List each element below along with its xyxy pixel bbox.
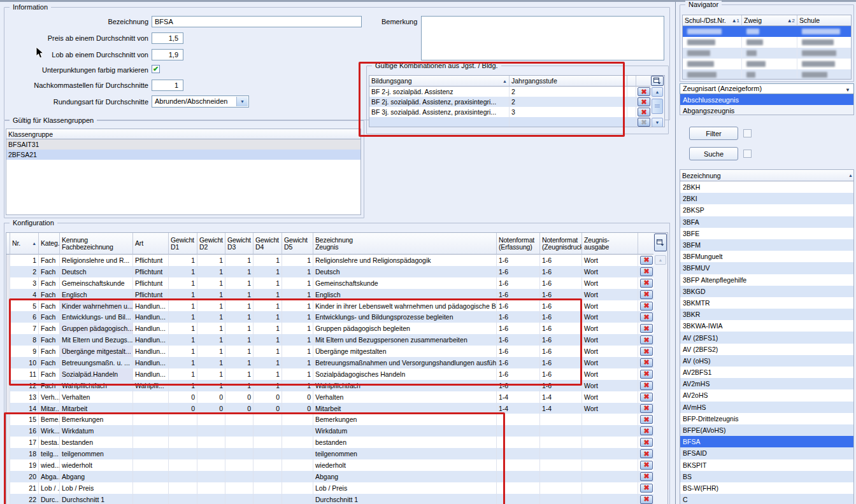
list-item[interactable]: 3BFMunguelt	[680, 251, 853, 262]
notenformat-erfassung-column-header[interactable]: Notenformat (Erfassung)	[497, 233, 540, 255]
scrollbar-thumb[interactable]	[652, 99, 663, 114]
list-item[interactable]: 3BFE	[680, 228, 853, 239]
table-row[interactable]: 1FachReligionslehre und R...Pflichtunt11…	[6, 255, 667, 266]
list-item[interactable]: BFP-Drittelzeugnis	[680, 413, 853, 424]
delete-row-button[interactable]: ✖	[640, 415, 653, 424]
delete-row-button[interactable]: ✖	[640, 267, 653, 276]
table-row[interactable]: 10FachBetreuungsmaßn. u. ...Handlun...11…	[6, 357, 667, 368]
table-row[interactable]: 19wied...wiederholtwiederholt✖	[6, 459, 667, 471]
table-row[interactable]: 4FachEnglischPflichtunt11111Englisch1-61…	[6, 289, 667, 300]
zweig-column-header[interactable]: Zweig▲2	[742, 15, 797, 26]
table-row[interactable]: 21Lob / ...Lob / PreisLob / Preis✖	[6, 482, 667, 494]
list-item[interactable]: AV (2BFS1)	[680, 332, 853, 343]
delete-row-button[interactable]: ✖	[640, 381, 653, 390]
navigator-row[interactable]	[683, 48, 851, 59]
navigator-row[interactable]	[683, 37, 851, 48]
list-item[interactable]: 2BKH	[680, 181, 853, 193]
chevron-down-icon[interactable]: ▼	[236, 97, 248, 106]
delete-row-button[interactable]: ✖	[640, 426, 653, 435]
delete-row-button[interactable]: ✖	[640, 358, 653, 367]
delete-row-button[interactable]: ✖	[640, 461, 653, 470]
delete-row-button[interactable]: ✖	[640, 472, 653, 481]
delete-row-button[interactable]: ✖	[638, 87, 650, 96]
delete-row-button[interactable]: ✖	[640, 495, 653, 504]
jahrgangsstufe-column-header[interactable]: Jahrgangsstufe	[510, 76, 627, 87]
table-row[interactable]: 13Verh...Verhalten00000Verhalten1-41-4Wo…	[6, 391, 667, 403]
list-item[interactable]: AV2mHS	[680, 378, 853, 389]
table-row[interactable]: 8FachMit Eltern und Bezugs...Handlun...1…	[6, 334, 667, 346]
notenformat-zeugnisdruck-column-header[interactable]: Notenformat (Zeugnisdruck)	[540, 233, 582, 255]
table-row[interactable]: 7FachGruppen pädagogisch...Handlun...111…	[6, 323, 667, 334]
zeugnisausgabe-column-header[interactable]: Zeugnis- ausgabe	[582, 233, 638, 255]
nachkommastellen-input[interactable]	[152, 80, 183, 91]
bezeichnung-list-header[interactable]: Bezeichnung ▲	[680, 170, 853, 181]
filter-checkbox[interactable]	[743, 129, 752, 137]
unterpunktungen-checkbox[interactable]: ✔	[152, 65, 160, 73]
table-row[interactable]: 18teilg...teilgenommenteilgenommen✖	[6, 448, 667, 459]
klassengruppe-row[interactable]: BFSAIT31	[6, 139, 360, 150]
delete-row-button[interactable]: ✖	[640, 484, 653, 493]
navigator-row[interactable]	[683, 69, 851, 80]
table-row[interactable]: 16Wirk...WirkdatumWirkdatum✖	[6, 425, 667, 437]
delete-row-button[interactable]: ✖	[638, 97, 650, 106]
list-item[interactable]: C	[680, 494, 853, 504]
gewicht-d5-column-header[interactable]: Gewicht D5	[282, 233, 313, 255]
kennung-column-header[interactable]: Kennung Fachbezeichnung	[60, 233, 133, 255]
table-row[interactable]: 2FachDeutschPflichtunt11111Deutsch1-61-6…	[6, 266, 667, 277]
list-item[interactable]: 2BKI	[680, 193, 853, 204]
delete-row-button[interactable]: ✖	[640, 324, 653, 333]
list-item[interactable]: BFPE(AVoHS)	[680, 424, 853, 436]
schule-column-header[interactable]: Schule	[797, 15, 852, 26]
suche-button[interactable]: Suche	[689, 147, 738, 160]
list-item[interactable]: BKSPIT	[680, 459, 853, 471]
navigator-row-selected[interactable]	[683, 26, 851, 37]
table-row[interactable]: BF 2-j. sozialpäd. Assistenz2✖	[369, 87, 664, 97]
table-row[interactable]: 15Beme...BemerkungenBemerkungen✖	[6, 414, 667, 425]
suche-checkbox[interactable]	[743, 150, 752, 158]
table-row[interactable]: 12FachWahlpflichtfachWahlpfli...11111Wah…	[6, 380, 667, 391]
filter-button[interactable]: Filter	[689, 127, 738, 140]
bemerkung-textarea[interactable]	[421, 16, 664, 60]
delete-row-button[interactable]: ✖	[640, 256, 653, 265]
delete-row-button[interactable]: ✖	[640, 449, 653, 458]
klassengruppen-table-header[interactable]: Klassengruppe	[6, 129, 360, 139]
gewicht-d4-column-header[interactable]: Gewicht D4	[253, 233, 282, 255]
list-item[interactable]: AV2BFS1	[680, 367, 853, 378]
delete-row-button[interactable]: ✖	[640, 393, 653, 402]
lob-input[interactable]	[152, 49, 183, 60]
list-item[interactable]: 3BKR	[680, 309, 853, 320]
delete-row-button[interactable]: ✖	[638, 108, 650, 116]
list-item[interactable]: 3BFP Altenpflegehilfe	[680, 274, 853, 286]
delete-row-button[interactable]: ✖	[640, 347, 653, 356]
list-item[interactable]: 3BKMTR	[680, 297, 853, 309]
navigator-row[interactable]	[683, 59, 851, 69]
table-row[interactable]: BF 3j. sozialpäd. Assistenz, praxisinteg…	[369, 107, 664, 117]
delete-row-button[interactable]: ✖	[640, 370, 653, 379]
scroll-down-arrow[interactable]: ▼	[652, 118, 663, 127]
zeugnisart-dropdown[interactable]: Zeugnisart (Anzeigeform) ▼	[680, 83, 854, 94]
delete-row-button[interactable]: ✖	[640, 302, 653, 311]
chevron-down-icon[interactable]: ▼	[845, 87, 850, 93]
table-row[interactable]: 22Durc...Durchschnitt 1Durchschnitt 1✖	[6, 494, 667, 504]
table-row[interactable]: 6FachEntwicklungs- und Bil...Handlun...1…	[6, 311, 667, 323]
list-item[interactable]: AVmHS	[680, 402, 853, 413]
preis-input[interactable]	[152, 32, 183, 44]
list-item[interactable]: 3BFA	[680, 216, 853, 228]
list-item[interactable]: 3BKGD	[680, 286, 853, 297]
table-row[interactable]: 9FachÜbergänge mitgestalt...Handlun...11…	[6, 346, 667, 357]
table-row[interactable]: 11FachSozialpäd.HandelnHandlun...11111So…	[6, 368, 667, 380]
table-row[interactable]: 20Abga...AbgangAbgang✖	[6, 471, 667, 482]
gewicht-d3-column-header[interactable]: Gewicht D3	[225, 233, 253, 255]
scroll-up-arrow[interactable]: ▲	[652, 87, 663, 97]
bezeichnung-input[interactable]	[152, 16, 362, 27]
art-column-header[interactable]: Art	[133, 233, 169, 255]
zeugnisart-option[interactable]: Abgangszeugnis	[680, 105, 853, 115]
list-item[interactable]: 2BKSP	[680, 204, 853, 216]
gewicht-d2-column-header[interactable]: Gewicht D2	[197, 233, 225, 255]
bildungsgang-column-header[interactable]: Bildungsgang▲	[369, 76, 510, 87]
list-item[interactable]: BS	[680, 471, 853, 482]
klassengruppe-column-header[interactable]: Klassengruppe	[6, 129, 361, 139]
column-chooser-button[interactable]	[651, 76, 664, 86]
delete-row-button[interactable]: ✖	[640, 404, 653, 413]
kategorie-column-header[interactable]: Kateg...	[39, 233, 60, 255]
